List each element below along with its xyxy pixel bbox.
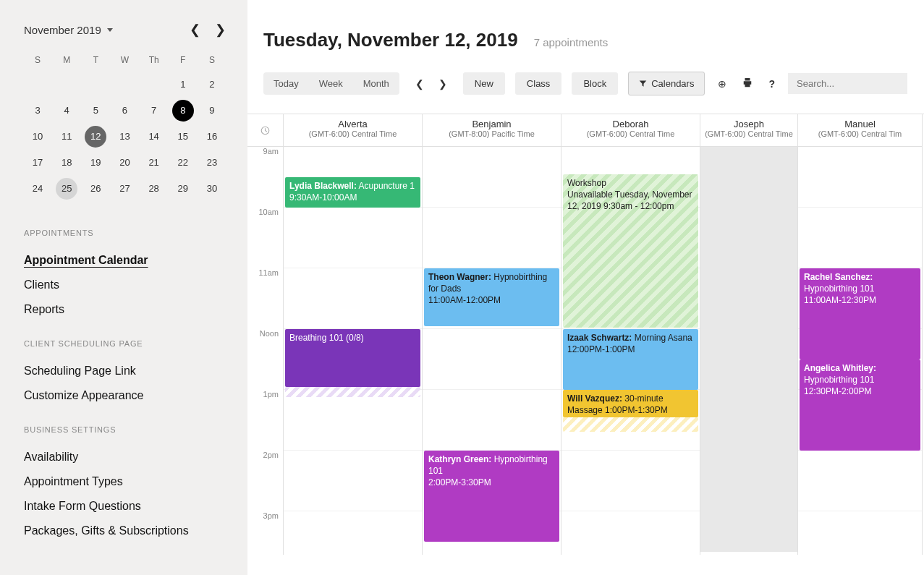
mini-cal-day[interactable]: 20 <box>114 152 135 174</box>
mini-cal-day[interactable]: 2 <box>201 74 223 95</box>
month-button[interactable]: Month <box>353 72 399 95</box>
calendar-event[interactable] <box>563 417 698 432</box>
mini-cal-day[interactable]: 18 <box>56 152 77 174</box>
mini-cal-dow: S <box>198 51 226 69</box>
help-icon[interactable]: ? <box>766 78 778 90</box>
time-label: 11am <box>247 268 283 329</box>
mini-cal-day[interactable]: 15 <box>172 126 194 148</box>
resource-column: Joseph(GMT-6:00) Central Time <box>700 114 798 555</box>
new-button[interactable]: New <box>463 72 505 95</box>
class-button[interactable]: Class <box>515 72 562 95</box>
calendar-event[interactable]: Will Vazquez: 30-minute Massage 1:00PM-1… <box>563 390 698 417</box>
nav-item[interactable]: Customize Appearance <box>24 383 226 408</box>
mini-cal-day[interactable]: 24 <box>27 178 48 200</box>
mini-cal-day[interactable]: 29 <box>172 178 194 200</box>
mini-cal-month[interactable]: November 2019 <box>24 24 113 36</box>
today-button[interactable]: Today <box>263 72 309 95</box>
calendar-event[interactable]: Rachel Sanchez: Hypnobirthing 10111:00AM… <box>800 268 920 359</box>
time-label: 1pm <box>247 390 283 451</box>
time-label: 2pm <box>247 451 283 511</box>
resource-column: Manuel(GMT-6:00) Central TimRachel Sanch… <box>798 114 923 555</box>
calendar-event[interactable]: Theon Wagner: Hypnobirthing for Dads11:0… <box>424 268 559 326</box>
calendar-event[interactable]: Angelica Whitley: Hypnobirthing 10112:30… <box>800 359 920 451</box>
next-day-button[interactable]: ❯ <box>438 78 447 90</box>
mini-cal-day[interactable]: 14 <box>143 126 165 148</box>
filter-icon <box>639 80 647 88</box>
nav-item[interactable]: Reports <box>24 297 226 322</box>
search-box[interactable] <box>788 73 907 94</box>
nav-item[interactable]: Clients <box>24 273 226 297</box>
mini-cal-day[interactable]: 1 <box>172 74 194 95</box>
mini-cal-day[interactable]: 25 <box>56 178 77 200</box>
mini-cal-dow: S <box>24 51 51 69</box>
time-label: 10am <box>247 208 283 268</box>
mini-cal-day[interactable]: 26 <box>85 178 106 200</box>
calendars-filter-button[interactable]: Calendars <box>628 72 705 95</box>
mini-cal-day[interactable]: 23 <box>201 152 223 174</box>
time-label: 3pm <box>247 511 283 555</box>
zoom-icon[interactable]: ⊕ <box>715 78 729 90</box>
mini-cal-day[interactable]: 5 <box>85 100 106 122</box>
nav-item[interactable]: Intake Form Questions <box>24 494 226 519</box>
mini-cal-day[interactable]: 13 <box>114 126 135 148</box>
calendar-event[interactable]: Kathryn Green: Hypnobirthing 1012:00PM-3… <box>424 451 559 542</box>
mini-cal-dow: W <box>111 51 138 69</box>
search-input[interactable] <box>797 78 918 89</box>
mini-cal-day[interactable]: 4 <box>56 100 77 122</box>
nav-item[interactable]: Appointment Calendar <box>24 248 226 273</box>
mini-cal-dow: F <box>169 51 197 69</box>
resource-tz: (GMT-6:00) Central Time <box>564 129 697 138</box>
mini-cal-day[interactable]: 27 <box>114 178 135 200</box>
resource-tz: (GMT-6:00) Central Time <box>703 129 794 138</box>
calendar-event[interactable]: Lydia Blackwell: Acupuncture 1 9:30AM-10… <box>285 177 420 208</box>
mini-cal-day[interactable]: 11 <box>56 126 77 148</box>
section-label: CLIENT SCHEDULING PAGE <box>24 339 226 348</box>
mini-cal-day[interactable]: 8 <box>172 100 194 122</box>
block-button[interactable]: Block <box>572 72 618 95</box>
nav-item[interactable]: Packages, Gifts & Subscriptions <box>24 519 226 543</box>
prev-day-button[interactable]: ❮ <box>415 78 424 90</box>
mini-cal-day[interactable]: 30 <box>201 178 223 200</box>
mini-cal-prev[interactable]: ❮ <box>190 22 200 38</box>
mini-cal-day[interactable]: 22 <box>172 152 194 174</box>
mini-cal-day[interactable]: 6 <box>114 100 135 122</box>
mini-cal-day[interactable]: 16 <box>201 126 223 148</box>
week-button[interactable]: Week <box>309 72 353 95</box>
resource-column: Benjamin(GMT-8:00) Pacific TimeTheon Wag… <box>423 114 561 555</box>
nav-item[interactable]: Availability <box>24 445 226 469</box>
page-title: Tuesday, November 12, 2019 <box>263 29 518 51</box>
mini-cal-day[interactable]: 12 <box>85 126 106 148</box>
appointment-count: 7 appointments <box>534 36 609 48</box>
section-label: BUSINESS SETTINGS <box>24 425 226 434</box>
mini-cal-dow: M <box>53 51 80 69</box>
mini-cal-day[interactable]: 7 <box>143 100 165 122</box>
calendar-event[interactable]: WorkshopUnavailable Tuesday, November 12… <box>563 174 698 328</box>
mini-cal-next[interactable]: ❯ <box>215 22 226 38</box>
resource-tz: (GMT-6:00) Central Time <box>287 129 419 138</box>
nav-item[interactable]: Appointment Types <box>24 469 226 494</box>
mini-cal-day[interactable]: 28 <box>143 178 165 200</box>
time-label: Noon <box>247 329 283 390</box>
calendar-event[interactable]: Izaak Schwartz: Morning Asana12:00PM-1:0… <box>563 329 698 390</box>
mini-cal-dow: T <box>82 51 109 69</box>
resource-column: Deborah(GMT-6:00) Central TimeWorkshopUn… <box>561 114 700 555</box>
resource-column: Alverta(GMT-6:00) Central TimeLydia Blac… <box>284 114 423 555</box>
mini-cal-day[interactable]: 19 <box>85 152 106 174</box>
resource-name: Alverta <box>287 119 419 129</box>
clock-icon <box>247 114 283 147</box>
mini-cal-day[interactable]: 21 <box>143 152 165 174</box>
calendar-event[interactable]: Breathing 101 (0/8) <box>285 329 420 387</box>
mini-calendar: SMTWThFS12345678910111213141516171819202… <box>24 51 226 200</box>
print-icon[interactable] <box>739 77 755 90</box>
calendar-event[interactable] <box>285 387 420 397</box>
resource-tz: (GMT-6:00) Central Tim <box>801 129 919 138</box>
nav-item[interactable]: Scheduling Page Link <box>24 359 226 383</box>
mini-cal-day[interactable]: 17 <box>27 152 48 174</box>
resource-name: Benjamin <box>425 119 558 129</box>
section-label: APPOINTMENTS <box>24 229 226 237</box>
sidebar: November 2019 ❮ ❯ SMTWThFS12345678910111… <box>0 0 247 575</box>
mini-cal-day[interactable]: 10 <box>27 126 48 148</box>
mini-cal-day[interactable]: 9 <box>201 100 223 122</box>
mini-cal-day[interactable]: 3 <box>27 100 48 122</box>
resource-tz: (GMT-8:00) Pacific Time <box>425 129 558 138</box>
